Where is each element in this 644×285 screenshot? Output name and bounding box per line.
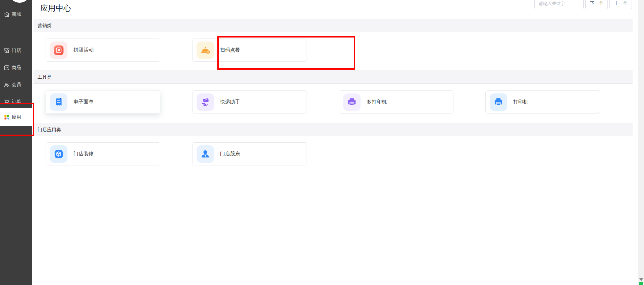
section-cards-tools: 电子面单 快递助手 (34, 84, 633, 123)
home-icon (3, 11, 10, 18)
scroll-down-arrow-icon[interactable] (639, 278, 643, 281)
prev-button[interactable]: 上一个 (609, 0, 632, 9)
sidebar-item-goods[interactable]: 商品 (0, 64, 32, 72)
sidebar: 商城 门店 商品 会员 (0, 0, 32, 285)
sidebar-item-store[interactable]: 门店 (0, 47, 32, 55)
section-header-store-apps: 门店应用类 (34, 123, 633, 136)
section-header-marketing: 营销类 (34, 19, 633, 32)
sidebar-item-apps[interactable]: 应用 (0, 108, 32, 126)
goods-icon (3, 64, 10, 71)
sidebar-item-label: 应用 (12, 114, 21, 120)
sidebar-item-orders[interactable]: 订单 (0, 98, 32, 106)
app-sections: 营销类 拼团活动 (34, 19, 633, 172)
express-helper-icon (197, 93, 214, 111)
scrollbar-thumb[interactable] (639, 282, 643, 285)
app-card-label: 电子面单 (73, 99, 94, 105)
store-shareholder-icon (197, 145, 214, 163)
section-cards-marketing: 拼团活动 扫码点餐 (34, 32, 633, 70)
sidebar-item-members[interactable]: 会员 (0, 81, 32, 89)
scan-order-icon (197, 42, 214, 59)
app-card-express-helper[interactable]: 快递助手 (192, 90, 307, 114)
avatar[interactable] (8, 0, 31, 3)
app-card-label: 多打印机 (367, 99, 387, 105)
page-title: 应用中心 (40, 3, 71, 13)
sidebar-item-label: 商品 (12, 65, 21, 71)
app-card-label: 门店股东 (220, 151, 240, 157)
app-card-label: 扫码点餐 (220, 47, 240, 53)
sidebar-item-label: 商城 (12, 11, 21, 17)
app-card-store-shareholder[interactable]: 门店股东 (192, 142, 307, 165)
sidebar-item-label: 门店 (12, 48, 21, 54)
sidebar-item-label: 订单 (12, 99, 21, 105)
members-icon (3, 81, 10, 88)
keyword-search-input[interactable] (534, 0, 584, 9)
app-card-label: 打印机 (513, 99, 528, 105)
scrollbar-track[interactable] (638, 0, 644, 285)
app-card-group-buy[interactable]: 拼团活动 (46, 39, 160, 62)
store-icon (3, 47, 10, 54)
app-card-printer[interactable]: 打印机 (485, 90, 600, 114)
store-decor-icon (50, 145, 67, 163)
next-button[interactable]: 下一个 (585, 0, 608, 9)
apps-icon (3, 114, 10, 121)
group-buy-icon (50, 42, 67, 59)
app-center-page: 商城 门店 商品 会员 (0, 0, 644, 285)
app-card-label: 门店装修 (73, 151, 94, 157)
app-card-store-decor[interactable]: 门店装修 (46, 142, 160, 165)
orders-icon (3, 98, 10, 105)
section-cards-store-apps: 门店装修 门店股东 (34, 136, 633, 172)
app-card-scan-order[interactable]: 扫码点餐 (192, 39, 307, 62)
sidebar-item-label: 会员 (12, 82, 21, 88)
app-card-waybill[interactable]: 电子面单 (46, 90, 160, 114)
section-header-tools: 工具类 (34, 70, 633, 84)
app-card-label: 拼团活动 (73, 47, 94, 53)
app-card-label: 快递助手 (220, 99, 240, 105)
multi-printer-icon (343, 93, 361, 111)
waybill-icon (50, 93, 67, 111)
app-card-multi-printer[interactable]: 多打印机 (339, 90, 453, 114)
main-content: 应用中心 下一个 上一个 营销类 (32, 0, 638, 285)
keyword-toolbar: 下一个 上一个 (534, 0, 632, 9)
printer-icon (490, 93, 507, 111)
sidebar-item-mall[interactable]: 商城 (0, 10, 32, 18)
